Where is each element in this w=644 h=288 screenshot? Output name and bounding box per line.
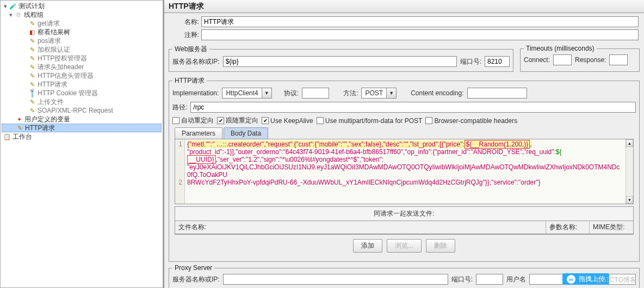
connect-input[interactable] bbox=[553, 54, 572, 65]
tree-item[interactable]: ✎HTTP信息头管理器 bbox=[2, 71, 162, 80]
tree-item[interactable]: ✎HTTP授权管理器 bbox=[2, 54, 162, 63]
gear-icon: ⚙ bbox=[14, 11, 23, 19]
tree-item[interactable]: ✎请求头加header bbox=[2, 63, 162, 71]
vars-icon: ✦ bbox=[15, 115, 23, 123]
proxy-server-input[interactable] bbox=[223, 274, 448, 285]
pen-icon: ✎ bbox=[28, 107, 36, 114]
pen-icon: ✎ bbox=[28, 81, 36, 88]
col-file[interactable]: 文件名称: bbox=[175, 221, 546, 234]
add-button[interactable]: 添加 bbox=[353, 239, 382, 253]
pen-icon: ✎ bbox=[28, 54, 36, 62]
pen-icon: ✎ bbox=[28, 98, 36, 106]
pen-icon: ✎ bbox=[28, 20, 36, 27]
tree-label: 线程组 bbox=[24, 10, 44, 20]
pen-icon: ✎ bbox=[28, 46, 36, 53]
legend: HTTP请求 bbox=[172, 76, 207, 85]
proxy-user-label: 用户名 bbox=[506, 275, 526, 284]
files-title: 同请求一起发送文件: bbox=[175, 207, 633, 221]
server-label: 服务器名称或IP: bbox=[172, 57, 220, 66]
webserver-fieldset: Web服务器 服务器名称或IP: 端口号: bbox=[169, 45, 513, 72]
scroll-down-icon[interactable]: ▼ bbox=[626, 196, 633, 204]
name-input[interactable] bbox=[201, 16, 639, 27]
chevron-down-icon: ▼ bbox=[386, 88, 396, 98]
response-input[interactable] bbox=[609, 54, 628, 65]
pen-icon: ✎ bbox=[28, 72, 36, 79]
tree-workbench[interactable]: 📋工作台 bbox=[2, 132, 162, 141]
cb-multipart[interactable]: Use multipart/form-data for POST bbox=[317, 117, 423, 125]
toggle-icon[interactable]: ▾ bbox=[3, 3, 8, 10]
delete-button[interactable]: 删除 bbox=[426, 239, 455, 253]
code-area[interactable]: {"metl."":" …::.createorder","request":{… bbox=[185, 139, 626, 204]
chevron-down-icon: ▼ bbox=[262, 88, 271, 98]
response-label: Response: bbox=[575, 56, 606, 64]
path-input[interactable] bbox=[190, 102, 636, 113]
comment-label: 注释: bbox=[170, 30, 199, 40]
browse-button[interactable]: 浏览... bbox=[387, 239, 422, 253]
tab-parameters[interactable]: Parameters bbox=[175, 127, 222, 139]
tree-item[interactable]: ✎SOAP/XML-RPC Request bbox=[2, 106, 162, 115]
name-label: 名称: bbox=[170, 17, 199, 27]
legend: Timeouts (milliseconds) bbox=[524, 45, 597, 52]
cb-browser-headers[interactable]: Browser-compatible headers bbox=[425, 117, 517, 125]
server-input[interactable] bbox=[223, 56, 457, 67]
pen-icon: ✎ bbox=[28, 63, 36, 71]
cloud-icon: ∞ bbox=[567, 275, 575, 284]
proxy-port-label: 端口号: bbox=[451, 275, 473, 284]
legend: Proxy Server bbox=[172, 264, 214, 272]
tree-item[interactable]: ✎上传文件 bbox=[2, 97, 162, 106]
path-label: 路径: bbox=[172, 103, 187, 112]
connect-label: Connect: bbox=[524, 56, 550, 64]
tree-label: 测试计划 bbox=[18, 2, 45, 11]
tree-item[interactable]: ✎pos请求 bbox=[2, 36, 162, 45]
results-icon: ◧ bbox=[28, 28, 36, 36]
tab-body-data[interactable]: Body Data bbox=[224, 127, 268, 139]
method-label: 方法: bbox=[343, 89, 358, 98]
upload-pill[interactable]: ∞ 拖拽上传 bbox=[562, 273, 609, 285]
tree-root[interactable]: ▾🧪测试计划 bbox=[2, 2, 162, 10]
encoding-label: Content encoding: bbox=[411, 89, 463, 97]
col-mime[interactable]: MIME类型: bbox=[590, 221, 633, 234]
tree-item[interactable]: 🔧HTTP Cookie 管理器 bbox=[2, 89, 162, 97]
pen-icon: ✎ bbox=[28, 37, 36, 45]
tree-item[interactable]: ✦用户定义的变量 bbox=[2, 115, 162, 124]
main-panel: HTTP请求 名称: 注释: Web服务器 服务器名称或IP: 端口号: bbox=[163, 0, 644, 288]
col-param[interactable]: 参数名称: bbox=[546, 221, 590, 234]
method-select[interactable]: POST▼ bbox=[361, 88, 397, 99]
wrench-icon: 🔧 bbox=[28, 89, 36, 97]
cb-keepalive[interactable]: ✔Use KeepAlive bbox=[262, 117, 313, 125]
workbench-icon: 📋 bbox=[3, 133, 11, 140]
port-label: 端口号: bbox=[460, 57, 481, 66]
impl-label: Implementation: bbox=[172, 89, 219, 97]
body-editor[interactable]: 12 {"metl."":" …::.createorder","request… bbox=[175, 139, 634, 204]
scrollbar[interactable]: ▲▼ bbox=[626, 139, 633, 204]
gutter: 12 bbox=[175, 139, 185, 204]
scroll-up-icon[interactable]: ▲ bbox=[626, 139, 633, 147]
proxy-server-label: 服务器名称或IP: bbox=[172, 275, 220, 284]
comment-input[interactable] bbox=[201, 29, 639, 40]
cb-auto-redirect[interactable]: 自动重定向 bbox=[172, 116, 214, 125]
tree-item[interactable]: ✎HTTP请求 bbox=[2, 80, 162, 89]
proxy-port-input[interactable] bbox=[476, 274, 503, 285]
port-input[interactable] bbox=[485, 56, 510, 67]
http-fieldset: HTTP请求 Implementation: HttpClient4▼ 协议: … bbox=[169, 76, 640, 262]
toggle-icon[interactable]: ▾ bbox=[8, 11, 14, 19]
flask-icon: 🧪 bbox=[9, 2, 17, 10]
tree-item[interactable]: ✎加权限认证 bbox=[2, 45, 162, 54]
protocol-input[interactable] bbox=[302, 88, 329, 99]
protocol-label: 协议: bbox=[284, 89, 299, 98]
encoding-input[interactable] bbox=[467, 88, 527, 99]
pen-icon: ✎ bbox=[15, 124, 24, 132]
tree-panel[interactable]: ▾🧪测试计划 ▾⚙线程组 ✎get请求 ◧察看结果树 ✎pos请求 ✎加权限认证… bbox=[0, 0, 163, 288]
page-title: HTTP请求 bbox=[164, 0, 644, 13]
cb-follow-redirect[interactable]: ✔跟随重定向 bbox=[217, 116, 258, 125]
tree-threadgroup[interactable]: ▾⚙线程组 bbox=[2, 10, 162, 19]
legend: Web服务器 bbox=[172, 45, 209, 54]
tree-item[interactable]: ◧察看结果树 bbox=[2, 28, 162, 36]
tree-item[interactable]: ✎get请求 bbox=[2, 19, 162, 28]
files-section: 同请求一起发送文件: 文件名称: 参数名称: MIME类型: bbox=[175, 206, 634, 235]
timeouts-fieldset: Timeouts (milliseconds) Connect: Respons… bbox=[520, 45, 640, 72]
impl-select[interactable]: HttpClient4▼ bbox=[222, 88, 271, 99]
tree-item-selected[interactable]: ✎HTTP请求 bbox=[2, 124, 162, 132]
